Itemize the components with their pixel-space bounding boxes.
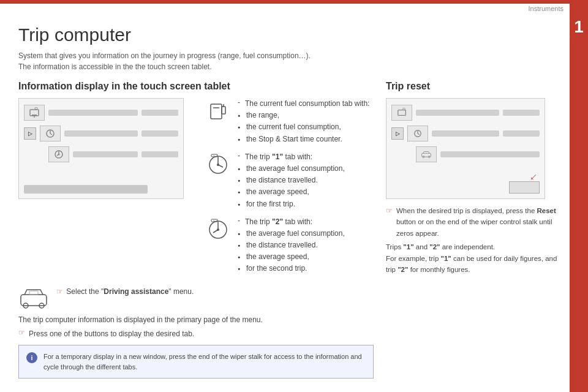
section-number: 1: [574, 17, 584, 37]
reset-screen-row-1: [391, 104, 540, 122]
screen-bar-2b: [141, 130, 178, 137]
trip1-tab-section: 1 - The trip "1" tab with: the average f…: [205, 151, 374, 210]
reset-bar-1b: [503, 110, 540, 116]
svg-point-10: [58, 154, 60, 156]
screen-bar-3a: [73, 151, 138, 157]
reset-bar-3a: [440, 151, 540, 157]
svg-rect-30: [29, 291, 38, 295]
svg-point-24: [217, 228, 219, 231]
screen-bar-3b: [141, 151, 178, 157]
reset-screen-row-3: [391, 145, 540, 164]
page-title: Trip computer: [18, 24, 564, 45]
right-accent-bar: 1: [570, 0, 588, 392]
two-column-layout: Information display in the touch screen …: [18, 81, 564, 379]
svg-rect-27: [21, 295, 47, 306]
arrow-icon-2: ☞: [18, 328, 25, 337]
screen-row-3: [24, 145, 178, 164]
arrow-icon-3: ☞: [386, 205, 393, 217]
main-instruction-1: The trip computer information is display…: [18, 314, 374, 326]
fuel-item-2: the current fuel consumption,: [238, 121, 369, 133]
reset-bar-2a: [432, 130, 499, 137]
trip2-item-4: for the second trip.: [238, 263, 345, 274]
fuel-item-1: the range,: [238, 110, 369, 121]
screen-bar-1a: [48, 110, 138, 116]
fuel-tab-content: - The current fuel consumption tab with:…: [238, 98, 369, 145]
top-bar: [0, 0, 570, 4]
driving-assist-instr: ☞ Select the "Driving assistance" menu.: [56, 286, 194, 298]
reset-icon-1: [391, 105, 412, 121]
svg-rect-2: [32, 115, 37, 116]
right-column: Trip reset ▷: [386, 81, 564, 379]
trip2-tab-section: 2 - The trip "2" tab with: the average f…: [205, 216, 374, 275]
fuel-dash: -: [238, 98, 240, 107]
reset-nav: ▷: [391, 127, 404, 140]
info-box-text: For a temporary display in a new window,…: [43, 352, 366, 372]
car-icon: [18, 286, 49, 311]
trip-reset-desc3: For example, trip "1" can be used for da…: [386, 253, 564, 276]
reset-bar-1a: [416, 110, 499, 116]
trip-reset-title: Trip reset: [386, 81, 564, 92]
screen-bar-1b: [141, 110, 178, 116]
tab-descriptions: - The current fuel consumption tab with:…: [205, 98, 374, 281]
subtitle-line1: System that gives you information on the…: [18, 50, 564, 61]
trip-reset-desc2: Trips "1" and "2" are independent.: [386, 241, 564, 252]
arrow-icon-1: ☞: [56, 287, 63, 296]
trip-reset-desc1: When the desired trip is displayed, pres…: [396, 205, 564, 239]
svg-line-6: [50, 134, 52, 135]
subtitle-line2: The information is accessible in the the…: [18, 61, 564, 72]
trip1-tab-icon: 1: [205, 151, 232, 178]
trip1-tab-content: - The trip "1" tab with: the average fue…: [238, 151, 345, 210]
trip1-item-3: the average speed,: [238, 186, 345, 198]
trip2-item-1: the average fuel consumption,: [238, 228, 345, 239]
svg-line-35: [418, 134, 420, 135]
trip2-item-3: the average speed,: [238, 251, 345, 263]
fuel-tab-icon: [205, 98, 232, 125]
svg-rect-13: [222, 107, 225, 114]
page-subtitle: System that gives you information on the…: [18, 50, 564, 72]
reset-screen-row-2: ▷: [391, 124, 540, 143]
reset-button-visual: [509, 181, 540, 194]
reset-bar-2b: [503, 130, 540, 137]
trip1-tab-list: the average fuel consumption, the distan…: [238, 163, 345, 210]
reset-icon-3: [416, 146, 437, 162]
screen-icon-3: [48, 146, 69, 162]
main-instruction-2: Press one of the buttons to display the …: [29, 328, 194, 340]
trip2-dash: -: [238, 216, 240, 225]
trip1-tab-desc: The trip "1" tab with:: [245, 151, 312, 163]
info-box: i For a temporary display in a new windo…: [18, 345, 374, 379]
header-label: Instruments: [529, 5, 564, 12]
car-instruction-text: ☞ Select the "Driving assistance" menu.: [56, 286, 194, 298]
screen-bar-2a: [64, 130, 138, 137]
fuel-item-3: the Stop & Start time counter.: [238, 134, 369, 145]
trip1-dash: -: [238, 151, 240, 160]
trip2-tab-desc: The trip "2" tab with:: [245, 216, 312, 228]
driving-assistance-bold: Driving assistance: [104, 287, 168, 296]
fuel-tab-list: the range, the current fuel consumption,…: [238, 110, 369, 145]
screen-row-2: ▷: [24, 124, 178, 143]
car-instruction-row: ☞ Select the "Driving assistance" menu.: [18, 286, 374, 311]
svg-rect-31: [398, 110, 405, 116]
svg-point-18: [217, 164, 219, 166]
page-header: Instruments: [529, 5, 564, 12]
trip2-item-2: the distance travelled.: [238, 239, 345, 251]
info-icon: i: [26, 352, 37, 363]
left-column: Information display in the touch screen …: [18, 81, 374, 379]
trip-reset-instr-row: ☞ When the desired trip is displayed, pr…: [386, 205, 564, 239]
trip2-tab-icon: 2: [205, 216, 232, 243]
screen-icon-2: [40, 126, 61, 141]
main-content: Trip computer System that gives you info…: [18, 18, 564, 386]
trip1-item-1: the average fuel consumption,: [238, 163, 345, 175]
left-section-title: Information display in the touch screen …: [18, 81, 374, 92]
fuel-tab-section: - The current fuel consumption tab with:…: [205, 98, 374, 145]
fuel-tab-desc: The current fuel consumption tab with:: [245, 98, 369, 110]
trip1-item-2: the distance travelled.: [238, 175, 345, 186]
screen-bottom-bar: [24, 185, 148, 194]
trip-reset-desc: ☞ When the desired trip is displayed, pr…: [386, 205, 564, 275]
main-instruction-2-row: ☞ Press one of the buttons to display th…: [18, 328, 374, 340]
trip-reset-mockup: ▷: [386, 98, 545, 199]
screen-mockup: ▷: [18, 98, 184, 199]
trip2-tab-list: the average fuel consumption, the distan…: [238, 228, 345, 275]
reset-icon-2: [407, 126, 428, 141]
svg-rect-11: [211, 104, 222, 119]
screen-row-1: [24, 104, 178, 122]
